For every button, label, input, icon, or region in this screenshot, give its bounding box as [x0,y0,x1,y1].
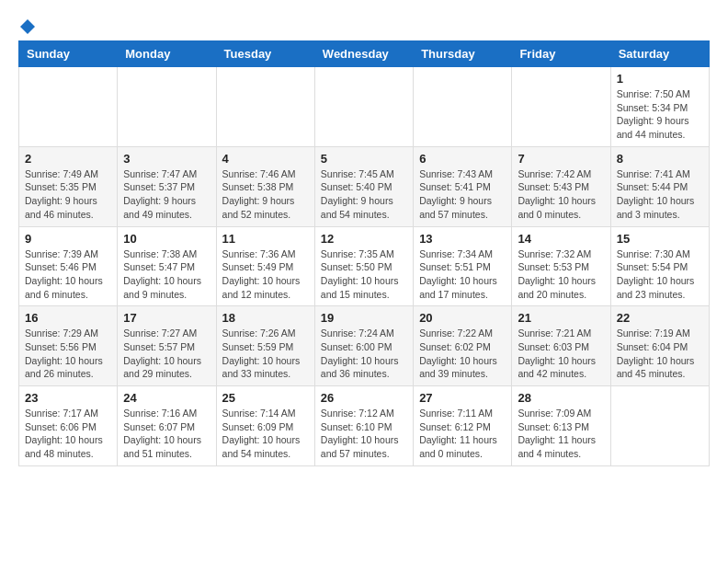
day-info: Sunrise: 7:24 AMSunset: 6:00 PMDaylight:… [321,327,407,381]
weekday-saturday: Saturday [610,41,709,67]
day-number: 15 [617,232,703,246]
day-info: Sunrise: 7:21 AMSunset: 6:03 PMDaylight:… [518,327,604,381]
day-cell: 26Sunrise: 7:12 AMSunset: 6:10 PMDayligh… [314,386,413,466]
weekday-header: SundayMondayTuesdayWednesdayThursdayFrid… [19,41,710,67]
day-cell: 7Sunrise: 7:42 AMSunset: 5:43 PMDaylight… [512,146,610,226]
day-number: 25 [222,391,309,405]
week-row-4: 23Sunrise: 7:17 AMSunset: 6:06 PMDayligh… [19,386,710,466]
day-number: 21 [518,311,604,325]
day-info: Sunrise: 7:42 AMSunset: 5:43 PMDaylight:… [518,167,604,222]
day-cell: 27Sunrise: 7:11 AMSunset: 6:12 PMDayligh… [414,386,512,466]
day-info: Sunrise: 7:11 AMSunset: 6:12 PMDaylight:… [419,407,506,461]
day-cell: 18Sunrise: 7:26 AMSunset: 5:59 PMDayligh… [216,306,314,386]
day-info: Sunrise: 7:50 AMSunset: 5:34 PMDaylight:… [617,87,703,142]
day-info: Sunrise: 7:43 AMSunset: 5:41 PMDaylight:… [419,167,506,222]
day-cell: 1Sunrise: 7:50 AMSunset: 5:34 PMDaylight… [610,67,709,147]
day-cell: 15Sunrise: 7:30 AMSunset: 5:54 PMDayligh… [610,226,709,306]
day-cell: 17Sunrise: 7:27 AMSunset: 5:57 PMDayligh… [118,306,216,386]
day-info: Sunrise: 7:22 AMSunset: 6:02 PMDaylight:… [419,327,506,381]
day-info: Sunrise: 7:46 AMSunset: 5:38 PMDaylight:… [222,167,309,222]
day-info: Sunrise: 7:35 AMSunset: 5:50 PMDaylight:… [321,247,407,302]
day-cell: 22Sunrise: 7:19 AMSunset: 6:04 PMDayligh… [610,306,709,386]
day-info: Sunrise: 7:41 AMSunset: 5:44 PMDaylight:… [617,167,703,222]
day-number: 9 [25,232,111,246]
day-number: 11 [222,232,309,246]
day-number: 14 [518,232,604,246]
day-info: Sunrise: 7:32 AMSunset: 5:53 PMDaylight:… [518,247,604,302]
day-info: Sunrise: 7:38 AMSunset: 5:47 PMDaylight:… [123,247,210,302]
day-info: Sunrise: 7:17 AMSunset: 6:06 PMDaylight:… [25,407,111,461]
day-info: Sunrise: 7:09 AMSunset: 6:13 PMDaylight:… [518,407,604,461]
day-cell: 28Sunrise: 7:09 AMSunset: 6:13 PMDayligh… [512,386,610,466]
svg-marker-0 [20,19,35,34]
day-number: 10 [123,232,210,246]
day-number: 19 [321,311,407,325]
day-number: 20 [419,311,506,325]
day-number: 6 [419,152,506,166]
day-cell: 5Sunrise: 7:45 AMSunset: 5:40 PMDaylight… [314,146,413,226]
day-number: 4 [222,152,309,166]
day-cell: 10Sunrise: 7:38 AMSunset: 5:47 PMDayligh… [118,226,216,306]
weekday-sunday: Sunday [19,41,118,67]
logo-icon [19,18,36,35]
day-info: Sunrise: 7:49 AMSunset: 5:35 PMDaylight:… [25,167,111,222]
day-cell: 23Sunrise: 7:17 AMSunset: 6:06 PMDayligh… [19,386,118,466]
day-number: 3 [123,152,210,166]
weekday-tuesday: Tuesday [216,41,314,67]
header [18,18,710,31]
day-cell [610,386,709,466]
day-number: 12 [321,232,407,246]
day-cell: 21Sunrise: 7:21 AMSunset: 6:03 PMDayligh… [512,306,610,386]
day-cell: 3Sunrise: 7:47 AMSunset: 5:37 PMDaylight… [118,146,216,226]
day-number: 1 [617,72,703,86]
day-info: Sunrise: 7:12 AMSunset: 6:10 PMDaylight:… [321,407,407,461]
day-cell [19,67,118,147]
day-info: Sunrise: 7:16 AMSunset: 6:07 PMDaylight:… [123,407,210,461]
day-number: 16 [25,311,111,325]
day-number: 28 [518,391,604,405]
day-cell: 11Sunrise: 7:36 AMSunset: 5:49 PMDayligh… [216,226,314,306]
day-cell: 20Sunrise: 7:22 AMSunset: 6:02 PMDayligh… [414,306,512,386]
day-info: Sunrise: 7:47 AMSunset: 5:37 PMDaylight:… [123,167,210,222]
week-row-3: 16Sunrise: 7:29 AMSunset: 5:56 PMDayligh… [19,306,710,386]
day-cell: 19Sunrise: 7:24 AMSunset: 6:00 PMDayligh… [314,306,413,386]
day-info: Sunrise: 7:45 AMSunset: 5:40 PMDaylight:… [321,167,407,222]
day-cell: 4Sunrise: 7:46 AMSunset: 5:38 PMDaylight… [216,146,314,226]
day-number: 2 [25,152,111,166]
day-cell: 2Sunrise: 7:49 AMSunset: 5:35 PMDaylight… [19,146,118,226]
day-cell: 13Sunrise: 7:34 AMSunset: 5:51 PMDayligh… [414,226,512,306]
day-cell [512,67,610,147]
day-number: 22 [617,311,703,325]
day-cell: 16Sunrise: 7:29 AMSunset: 5:56 PMDayligh… [19,306,118,386]
day-number: 17 [123,311,210,325]
weekday-friday: Friday [512,41,610,67]
day-info: Sunrise: 7:30 AMSunset: 5:54 PMDaylight:… [617,247,703,302]
day-cell: 25Sunrise: 7:14 AMSunset: 6:09 PMDayligh… [216,386,314,466]
day-cell: 6Sunrise: 7:43 AMSunset: 5:41 PMDaylight… [414,146,512,226]
day-cell: 24Sunrise: 7:16 AMSunset: 6:07 PMDayligh… [118,386,216,466]
day-cell: 9Sunrise: 7:39 AMSunset: 5:46 PMDaylight… [19,226,118,306]
day-info: Sunrise: 7:14 AMSunset: 6:09 PMDaylight:… [222,407,309,461]
day-cell [118,67,216,147]
day-number: 7 [518,152,604,166]
weekday-monday: Monday [118,41,216,67]
day-number: 27 [419,391,506,405]
day-number: 23 [25,391,111,405]
calendar: SundayMondayTuesdayWednesdayThursdayFrid… [18,40,710,466]
day-cell [414,67,512,147]
day-number: 26 [321,391,407,405]
day-info: Sunrise: 7:34 AMSunset: 5:51 PMDaylight:… [419,247,506,302]
day-cell: 8Sunrise: 7:41 AMSunset: 5:44 PMDaylight… [610,146,709,226]
day-number: 18 [222,311,309,325]
day-number: 8 [617,152,703,166]
day-cell: 12Sunrise: 7:35 AMSunset: 5:50 PMDayligh… [314,226,413,306]
day-info: Sunrise: 7:29 AMSunset: 5:56 PMDaylight:… [25,327,111,381]
day-cell: 14Sunrise: 7:32 AMSunset: 5:53 PMDayligh… [512,226,610,306]
day-info: Sunrise: 7:26 AMSunset: 5:59 PMDaylight:… [222,327,309,381]
week-row-0: 1Sunrise: 7:50 AMSunset: 5:34 PMDaylight… [19,67,710,147]
day-info: Sunrise: 7:27 AMSunset: 5:57 PMDaylight:… [123,327,210,381]
week-row-2: 9Sunrise: 7:39 AMSunset: 5:46 PMDaylight… [19,226,710,306]
weekday-wednesday: Wednesday [314,41,413,67]
week-row-1: 2Sunrise: 7:49 AMSunset: 5:35 PMDaylight… [19,146,710,226]
weekday-thursday: Thursday [414,41,512,67]
